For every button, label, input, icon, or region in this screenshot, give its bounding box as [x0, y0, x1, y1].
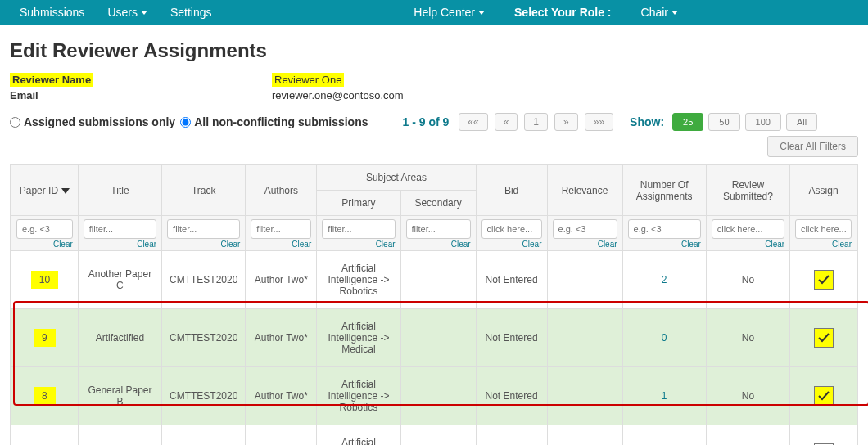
cell-num-link[interactable]: 1	[662, 390, 667, 402]
col-track[interactable]: Track	[162, 165, 246, 216]
clear-filter[interactable]: Clear	[795, 240, 852, 249]
assign-checkbox[interactable]	[814, 328, 834, 348]
show-25[interactable]: 25	[672, 113, 703, 131]
cell-bid: Not Entered	[476, 425, 547, 446]
caret-down-icon	[671, 11, 678, 15]
filter-review[interactable]	[712, 219, 784, 239]
filter-authors[interactable]	[251, 219, 311, 239]
clear-filter[interactable]: Clear	[322, 240, 395, 249]
col-paper-id[interactable]: Paper ID	[11, 165, 79, 216]
pager-prev[interactable]: «	[495, 113, 518, 131]
nav-users[interactable]: Users	[96, 6, 159, 19]
caret-down-icon	[141, 11, 147, 15]
sort-desc-icon	[61, 188, 70, 194]
clear-all-filters[interactable]: Clear All Filters	[767, 136, 858, 157]
filter-paper-id[interactable]	[16, 219, 73, 239]
clear-filter[interactable]: Clear	[712, 240, 784, 249]
cell-authors: Author Two*	[246, 309, 317, 367]
col-secondary[interactable]: Secondary	[400, 191, 476, 216]
cell-review: No	[706, 425, 789, 446]
filter-relevance[interactable]	[553, 219, 617, 239]
cell-track: CMTTEST2020	[162, 309, 246, 367]
table-row: 9ArtifactifiedCMTTEST2020Author Two*Arti…	[11, 309, 857, 367]
cell-authors: Author Two*	[246, 367, 317, 425]
filter-assign[interactable]	[795, 219, 852, 239]
assign-checkbox[interactable]	[814, 386, 834, 406]
pager-page[interactable]: 1	[524, 113, 548, 131]
col-bid[interactable]: Bid	[476, 165, 547, 216]
reviewer-name-value: Reviewer One	[272, 73, 344, 87]
nav-submissions[interactable]: Submissions	[8, 6, 96, 19]
clear-filter[interactable]: Clear	[84, 240, 156, 249]
filter-title[interactable]	[84, 219, 156, 239]
col-relevance[interactable]: Relevance	[547, 165, 622, 216]
radio-assigned[interactable]: Assigned submissions only	[10, 115, 175, 128]
show-50[interactable]: 50	[708, 113, 739, 131]
cell-track: CMTTEST2020	[162, 367, 246, 425]
clear-filter[interactable]: Clear	[406, 240, 471, 249]
pager-next[interactable]: »	[554, 113, 578, 131]
col-review[interactable]: Review Submitted?	[706, 165, 789, 216]
cell-relevance	[547, 309, 622, 367]
filter-primary[interactable]	[322, 219, 395, 239]
page-title: Edit Reviewer Assignments	[10, 39, 858, 62]
nav-help[interactable]: Help Center	[402, 6, 496, 19]
assign-checkbox[interactable]	[814, 270, 834, 290]
cell-authors: Author Two*	[246, 425, 317, 446]
cell-title: Artifactified	[78, 309, 161, 367]
cell-primary: Artificial Intelligence -> Robotics	[317, 251, 400, 309]
clear-filter[interactable]: Clear	[628, 240, 701, 249]
cell-bid: Not Entered	[476, 367, 547, 425]
cell-review: No	[706, 367, 789, 425]
radio-all[interactable]: All non-conflicting submissions	[180, 115, 368, 128]
show-all[interactable]: All	[786, 113, 817, 131]
cell-relevance	[547, 251, 622, 309]
show-100[interactable]: 100	[745, 113, 781, 131]
table-row: 7General Paper ACMTTEST2020Author Two*Ar…	[11, 425, 857, 446]
cell-title: General Paper B	[78, 367, 161, 425]
cell-track: CMTTEST2020	[162, 425, 246, 446]
col-subject: Subject Areas	[317, 165, 476, 191]
cell-primary: Artificial Intelligence -> Medical	[317, 309, 400, 367]
cell-num-link[interactable]: 0	[662, 332, 667, 344]
cell-secondary	[400, 309, 476, 367]
pager-range: 1 - 9 of 9	[403, 115, 450, 128]
email-label: Email	[10, 89, 272, 101]
cell-title: Another Paper C	[78, 251, 161, 309]
col-assign[interactable]: Assign	[790, 165, 857, 216]
filter-secondary[interactable]	[406, 219, 471, 239]
filter-num[interactable]	[628, 219, 701, 239]
email-value: reviewer.one@contoso.com	[272, 89, 404, 101]
pager-first[interactable]: ««	[459, 113, 487, 131]
cell-primary: Artificial Intelligence -> Robotics	[317, 425, 400, 446]
cell-track: CMTTEST2020	[162, 251, 246, 309]
reviewer-name-label: Reviewer Name	[10, 73, 93, 87]
col-primary[interactable]: Primary	[317, 191, 400, 216]
filter-track[interactable]	[167, 219, 240, 239]
clear-filter[interactable]: Clear	[553, 240, 617, 249]
cell-secondary	[400, 251, 476, 309]
topbar: Submissions Users Settings Help Center S…	[0, 0, 868, 25]
paper-id: 9	[34, 329, 56, 347]
col-num-assign[interactable]: Number Of Assignments	[622, 165, 706, 216]
cell-num-link[interactable]: 2	[662, 274, 667, 285]
cell-relevance	[547, 425, 622, 446]
role-select[interactable]: Chair	[630, 6, 689, 19]
cell-review: No	[706, 309, 789, 367]
cell-review: No	[706, 251, 789, 309]
table-row: 10Another Paper CCMTTEST2020Author Two*A…	[11, 251, 857, 309]
assignments-table: Paper ID Title Track Authors Subject Are…	[11, 164, 857, 445]
table-row: 8General Paper BCMTTEST2020Author Two*Ar…	[11, 367, 857, 425]
cell-bid: Not Entered	[476, 251, 547, 309]
clear-filter[interactable]: Clear	[251, 240, 311, 249]
clear-filter[interactable]: Clear	[16, 240, 73, 249]
col-authors[interactable]: Authors	[246, 165, 317, 216]
show-label: Show:	[630, 115, 664, 128]
nav-settings[interactable]: Settings	[159, 6, 224, 19]
pager-last[interactable]: »»	[585, 113, 613, 131]
clear-filter[interactable]: Clear	[481, 240, 542, 249]
filter-bid[interactable]	[481, 219, 542, 239]
clear-filter[interactable]: Clear	[167, 240, 240, 249]
col-title[interactable]: Title	[78, 165, 161, 216]
cell-relevance	[547, 367, 622, 425]
